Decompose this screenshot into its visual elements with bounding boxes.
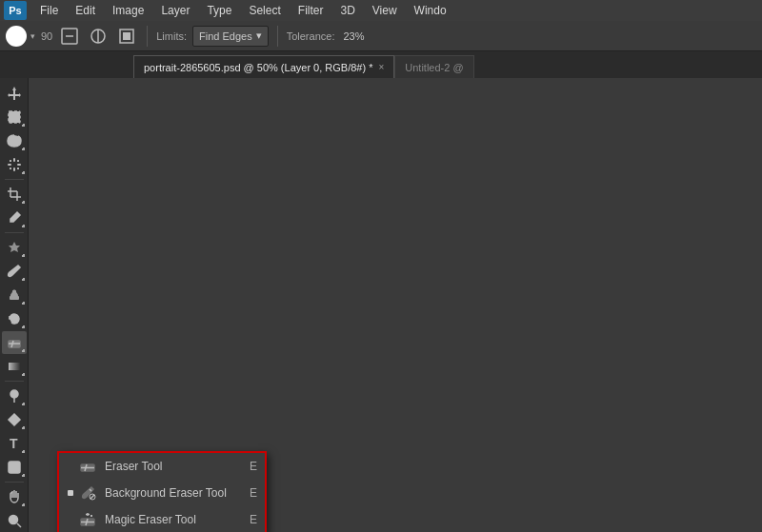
svg-rect-10 <box>8 164 11 166</box>
toolbar-separator-3 <box>5 381 24 382</box>
flyout-menu: Eraser Tool E Background Eraser Tool <box>57 451 267 532</box>
tool-pen[interactable] <box>2 408 27 431</box>
toolbar-separator-2 <box>5 232 24 233</box>
magic-eraser-shortcut: E <box>250 513 257 526</box>
tool-history[interactable] <box>2 307 27 330</box>
limits-chevron: ▾ <box>256 30 262 42</box>
tool-eraser[interactable] <box>2 331 27 354</box>
canvas-area[interactable]: Eraser Tool E Background Eraser Tool <box>29 78 762 532</box>
brush-size-value: 90 <box>41 30 52 42</box>
tool-hand[interactable] <box>2 485 27 508</box>
svg-rect-13 <box>17 160 19 162</box>
brush-extra-icon[interactable] <box>115 25 138 48</box>
svg-rect-14 <box>10 167 11 169</box>
tab-portrait[interactable]: portrait-2865605.psd @ 50% (Layer 0, RGB… <box>133 55 394 78</box>
svg-rect-7 <box>9 111 20 123</box>
menu-file[interactable]: File <box>32 2 66 19</box>
tool-dodge[interactable] <box>2 384 27 407</box>
svg-rect-26 <box>9 363 20 370</box>
menu-edit[interactable]: Edit <box>68 2 103 19</box>
brush-options-icon[interactable] <box>58 25 81 48</box>
menu-bar: Ps File Edit Image Layer Type Select Fil… <box>0 0 762 21</box>
limits-value: Find Edges <box>199 30 252 42</box>
bg-eraser-shortcut: E <box>250 486 257 500</box>
options-bar: ▾ 90 Limits: Find Edges ▾ Tolerance: 23% <box>0 21 762 51</box>
tolerance-label: Tolerance: <box>287 30 335 42</box>
svg-point-27 <box>10 390 18 398</box>
svg-text:T: T <box>10 436 18 451</box>
tab-close-button[interactable]: × <box>378 62 384 72</box>
tool-preset[interactable]: ▾ <box>6 26 35 47</box>
svg-point-29 <box>12 418 16 422</box>
tolerance-value: 23% <box>343 30 364 42</box>
tab-untitled[interactable]: Untitled-2 @ <box>394 55 473 78</box>
svg-line-33 <box>17 523 21 527</box>
tool-brush[interactable] <box>2 260 27 283</box>
tab-untitled-label: Untitled-2 @ <box>405 62 463 73</box>
tool-heal[interactable] <box>2 236 27 259</box>
brush-mode-icon[interactable] <box>87 25 110 48</box>
svg-rect-8 <box>13 158 15 162</box>
toolbar-separator-4 <box>5 482 24 483</box>
svg-marker-6 <box>8 87 21 100</box>
svg-point-32 <box>9 515 17 523</box>
svg-rect-22 <box>10 296 19 300</box>
limits-label: Limits: <box>156 30 187 42</box>
eraser-shortcut: E <box>250 460 257 473</box>
magic-eraser-label: Magic Eraser Tool <box>105 513 250 526</box>
tool-stamp[interactable] <box>2 284 27 306</box>
brush-preview <box>6 26 27 47</box>
tool-lasso[interactable] <box>2 129 27 152</box>
tool-marquee[interactable] <box>2 106 27 128</box>
tool-move[interactable] <box>2 82 27 105</box>
flyout-item-magic-eraser[interactable]: Magic Eraser Tool E <box>59 506 265 532</box>
toolbar: T <box>0 78 29 532</box>
svg-rect-9 <box>13 167 15 171</box>
ps-logo: Ps <box>4 1 27 20</box>
svg-rect-5 <box>123 32 130 40</box>
tool-shape[interactable] <box>2 456 27 479</box>
bg-eraser-icon <box>78 483 97 502</box>
svg-rect-12 <box>10 160 11 162</box>
brush-size-down-arrow: ▾ <box>30 31 35 41</box>
svg-line-39 <box>90 495 94 499</box>
menu-type[interactable]: Type <box>199 2 239 19</box>
tool-crop[interactable] <box>2 183 27 206</box>
active-dot <box>68 490 73 496</box>
svg-rect-15 <box>17 167 19 169</box>
magic-eraser-icon <box>78 510 97 529</box>
tool-wand[interactable] <box>2 153 27 176</box>
menu-view[interactable]: View <box>365 2 405 19</box>
toolbar-separator-1 <box>5 179 24 180</box>
menu-window[interactable]: Windo <box>407 2 454 19</box>
flyout-item-eraser[interactable]: Eraser Tool E <box>59 453 265 480</box>
menu-layer[interactable]: Layer <box>153 2 197 19</box>
options-separator-1 <box>147 26 148 47</box>
tab-portrait-label: portrait-2865605.psd @ 50% (Layer 0, RGB… <box>144 62 372 73</box>
eraser-label: Eraser Tool <box>105 460 250 473</box>
flyout-item-bg-eraser[interactable]: Background Eraser Tool E <box>59 480 265 506</box>
eraser-icon <box>78 457 97 476</box>
svg-rect-11 <box>17 164 21 166</box>
tool-zoom[interactable] <box>2 509 27 532</box>
menu-image[interactable]: Image <box>105 2 151 19</box>
options-separator-2 <box>277 26 278 47</box>
tab-bar: portrait-2865605.psd @ 50% (Layer 0, RGB… <box>0 51 762 78</box>
bg-eraser-label: Background Eraser Tool <box>105 486 250 500</box>
tool-text[interactable]: T <box>2 432 27 455</box>
main-area: T <box>0 78 762 532</box>
menu-3d[interactable]: 3D <box>332 2 362 19</box>
limits-dropdown[interactable]: Find Edges ▾ <box>192 26 269 47</box>
menu-filter[interactable]: Filter <box>291 2 331 19</box>
bg-eraser-bullet <box>67 490 74 496</box>
svg-rect-31 <box>9 462 20 473</box>
tool-eyedrop[interactable] <box>2 207 27 229</box>
menu-select[interactable]: Select <box>241 2 288 19</box>
tool-gradient[interactable] <box>2 355 27 378</box>
